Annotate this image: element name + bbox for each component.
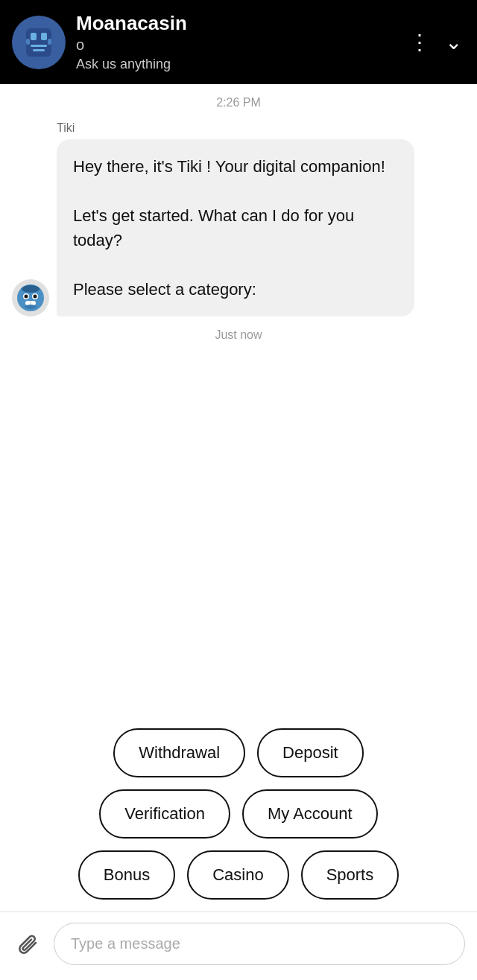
message-group: Tiki	[12, 121, 465, 316]
category-deposit-btn[interactable]: Deposit	[257, 728, 364, 777]
timestamp-top: 2:26 PM	[12, 96, 465, 109]
bot-message-row: Hey there, it's Tiki ! Your digital comp…	[12, 139, 465, 316]
input-area	[0, 911, 477, 980]
svg-rect-0	[26, 28, 51, 57]
bot-avatar-header	[12, 16, 66, 69]
svg-point-15	[25, 305, 37, 309]
svg-point-11	[25, 295, 28, 299]
categories-container: Withdrawal Deposit Verification My Accou…	[0, 728, 477, 911]
category-row-3: Bonus Casino Sports	[12, 850, 465, 900]
svg-rect-6	[48, 39, 51, 45]
svg-rect-1	[31, 33, 37, 40]
message-time: Just now	[12, 328, 465, 342]
bot-name: Moanacasin	[76, 12, 399, 35]
chat-area: 2:26 PM Tiki	[0, 84, 477, 728]
svg-point-12	[34, 295, 37, 299]
category-row-1: Withdrawal Deposit	[12, 728, 465, 777]
message-input[interactable]	[54, 923, 465, 965]
category-sports-btn[interactable]: Sports	[301, 850, 399, 900]
svg-rect-2	[41, 33, 47, 40]
sender-name: Tiki	[57, 121, 465, 135]
svg-rect-3	[31, 45, 47, 47]
svg-rect-5	[26, 39, 30, 45]
category-casino-btn[interactable]: Casino	[187, 850, 288, 900]
tiki-avatar	[12, 279, 49, 316]
attach-button[interactable]	[12, 928, 45, 961]
chat-header: Moanacasin o Ask us anything ⋮ ⌄	[0, 0, 477, 84]
svg-point-8	[22, 285, 40, 293]
bot-message-bubble: Hey there, it's Tiki ! Your digital comp…	[57, 139, 414, 316]
header-actions: ⋮ ⌄	[409, 30, 462, 54]
category-verification-btn[interactable]: Verification	[99, 789, 230, 839]
header-info: Moanacasin o Ask us anything	[76, 12, 399, 72]
bot-status: o	[76, 36, 399, 54]
more-icon[interactable]: ⋮	[409, 30, 430, 54]
svg-rect-4	[33, 49, 45, 51]
bot-message-text: Hey there, it's Tiki ! Your digital comp…	[73, 157, 385, 299]
category-withdrawal-btn[interactable]: Withdrawal	[113, 728, 245, 777]
category-row-2: Verification My Account	[12, 789, 465, 839]
collapse-icon[interactable]: ⌄	[445, 30, 462, 54]
category-bonus-btn[interactable]: Bonus	[78, 850, 175, 900]
category-myaccount-btn[interactable]: My Account	[242, 789, 378, 839]
bot-subtitle: Ask us anything	[76, 57, 399, 72]
